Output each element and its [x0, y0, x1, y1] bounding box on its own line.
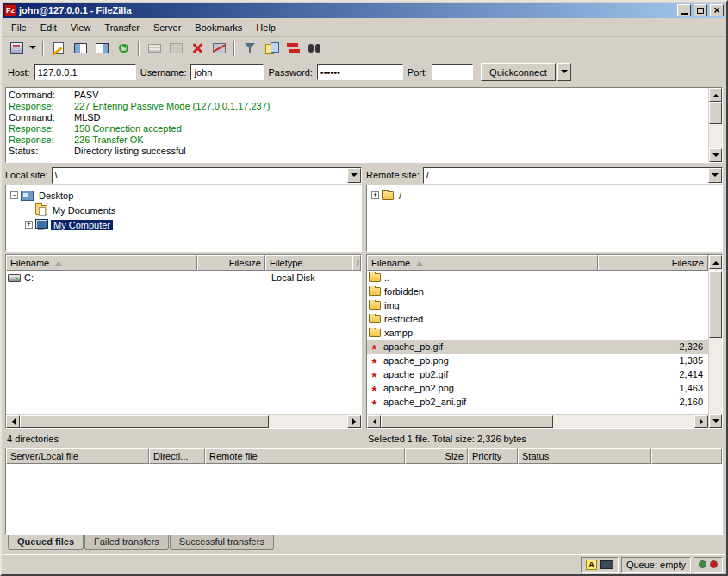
tree-item-root[interactable]: + / [367, 188, 722, 203]
queue-status-text: Queue: empty [626, 560, 686, 570]
remote-file-row-selected[interactable]: apache_pb.gif2,326 [367, 340, 708, 354]
scroll-up-button[interactable] [709, 255, 722, 269]
scroll-thumb[interactable] [709, 271, 722, 338]
scroll-left-button[interactable] [367, 415, 381, 428]
tree-expand-icon[interactable]: + [25, 221, 33, 229]
column-header-filename[interactable]: Filename [6, 255, 197, 271]
scroll-left-button[interactable] [6, 415, 20, 428]
site-manager-button[interactable] [6, 39, 27, 58]
scroll-track[interactable] [709, 269, 722, 414]
scroll-right-button[interactable] [694, 415, 708, 428]
abort-button[interactable] [165, 39, 186, 58]
local-horizontal-scrollbar[interactable] [6, 414, 361, 428]
scroll-thumb[interactable] [20, 415, 269, 428]
title-bar[interactable]: john@127.0.0.1 - FileZilla [3, 3, 725, 18]
local-site-combo[interactable]: \ [52, 167, 362, 184]
tree-expand-icon[interactable]: + [371, 191, 379, 199]
scroll-up-button[interactable] [709, 88, 722, 102]
scroll-thumb[interactable] [381, 415, 553, 428]
cancel-button[interactable] [187, 39, 208, 58]
remote-list-body: .. forbidden img restricted xampp apache… [367, 271, 708, 414]
remote-file-row[interactable]: .. [367, 271, 708, 285]
remote-file-row[interactable]: apache_pb.png1,385 [367, 354, 708, 367]
tree-collapse-icon[interactable]: - [10, 191, 18, 199]
combo-dropdown-button[interactable] [347, 168, 361, 183]
tab-queued-files[interactable]: Queued files [8, 535, 84, 550]
scroll-track[interactable] [709, 102, 722, 148]
column-header-size[interactable]: Size [405, 448, 468, 464]
menu-server[interactable]: Server [146, 20, 188, 35]
arrow-up-icon [712, 258, 719, 265]
site-manager-dropdown[interactable] [28, 39, 38, 58]
refresh-button[interactable] [113, 39, 134, 58]
remote-file-row[interactable]: restricted [367, 312, 708, 326]
scroll-down-button[interactable] [709, 414, 722, 428]
port-input[interactable] [432, 64, 473, 80]
column-header-direction[interactable]: Directi... [149, 448, 205, 464]
queue-header: Server/Local file Directi... Remote file… [6, 448, 722, 464]
window-title: john@127.0.0.1 - FileZilla [19, 5, 675, 16]
password-input[interactable] [317, 64, 403, 80]
message-log-lines: Command:PASV Response:227 Entering Passi… [6, 88, 708, 162]
menu-transfer[interactable]: Transfer [97, 20, 146, 35]
column-header-priority[interactable]: Priority [468, 448, 518, 464]
tab-successful-transfers[interactable]: Successful transfers [170, 535, 274, 550]
menu-bookmarks[interactable]: Bookmarks [188, 20, 249, 35]
column-header-filesize[interactable]: Filesize [598, 255, 708, 271]
tab-failed-transfers[interactable]: Failed transfers [84, 535, 169, 550]
tree-item-my-computer[interactable]: + My Computer [21, 217, 361, 232]
toggle-local-tree-button[interactable] [70, 39, 90, 58]
arrow-up-icon [712, 91, 719, 97]
toggle-remote-tree-button[interactable] [91, 39, 112, 58]
local-site-label: Local site: [5, 170, 48, 180]
menu-view[interactable]: View [64, 20, 98, 35]
scroll-track[interactable] [381, 415, 694, 428]
remote-horizontal-scrollbar[interactable] [367, 414, 708, 428]
menu-file[interactable]: File [4, 20, 34, 35]
process-queue-icon [148, 44, 161, 53]
process-queue-button[interactable] [144, 39, 165, 58]
scroll-down-button[interactable] [709, 148, 722, 162]
column-header-filename[interactable]: Filename [367, 255, 598, 271]
disconnect-button[interactable] [208, 39, 229, 58]
maximize-button[interactable] [694, 4, 707, 16]
host-input[interactable] [34, 64, 136, 80]
local-file-row[interactable]: C: Local Disk [6, 271, 361, 285]
column-header-filetype[interactable]: Filetype [265, 255, 352, 271]
menu-edit[interactable]: Edit [34, 20, 64, 35]
remote-site-combo[interactable]: / [423, 167, 723, 184]
remote-file-row[interactable]: apache_pb2.gif2,414 [367, 367, 708, 381]
column-header-last-modified[interactable]: L [352, 255, 361, 271]
username-input[interactable] [190, 64, 264, 80]
column-header-server-local-file[interactable]: Server/Local file [6, 448, 149, 464]
tree-item-my-documents[interactable]: My Documents [21, 203, 361, 217]
sort-ascending-icon [416, 261, 423, 266]
find-button[interactable] [304, 39, 325, 58]
quickconnect-button[interactable]: Quickconnect [481, 63, 556, 81]
remote-file-row[interactable]: xampp [367, 326, 708, 340]
username-label: Username: [140, 67, 187, 78]
scroll-right-button[interactable] [347, 415, 361, 428]
scroll-track[interactable] [20, 415, 347, 428]
remote-file-row[interactable]: img [367, 298, 708, 312]
remote-vertical-scrollbar[interactable] [708, 255, 722, 428]
scroll-thumb[interactable] [709, 102, 722, 124]
sync-browsing-button[interactable] [283, 39, 303, 58]
column-header-filesize[interactable]: Filesize [197, 255, 265, 271]
column-header-status[interactable]: Status [518, 448, 651, 464]
quickconnect-dropdown[interactable] [557, 63, 571, 81]
remote-file-row[interactable]: apache_pb2.png1,463 [367, 381, 708, 395]
filter-button[interactable] [240, 39, 260, 58]
queue-body[interactable] [6, 464, 722, 534]
column-header-remote-file[interactable]: Remote file [205, 448, 405, 464]
remote-file-row[interactable]: apache_pb2_ani.gif2,160 [367, 395, 708, 409]
menu-help[interactable]: Help [249, 20, 283, 35]
compare-button[interactable] [261, 39, 282, 58]
tree-item-desktop[interactable]: - Desktop [6, 188, 361, 203]
close-button[interactable] [710, 4, 724, 16]
minimize-button[interactable] [677, 4, 691, 16]
log-scrollbar[interactable] [708, 88, 722, 162]
combo-dropdown-button[interactable] [708, 168, 722, 183]
toggle-message-log-button[interactable] [48, 39, 69, 58]
remote-file-row[interactable]: forbidden [367, 285, 708, 298]
